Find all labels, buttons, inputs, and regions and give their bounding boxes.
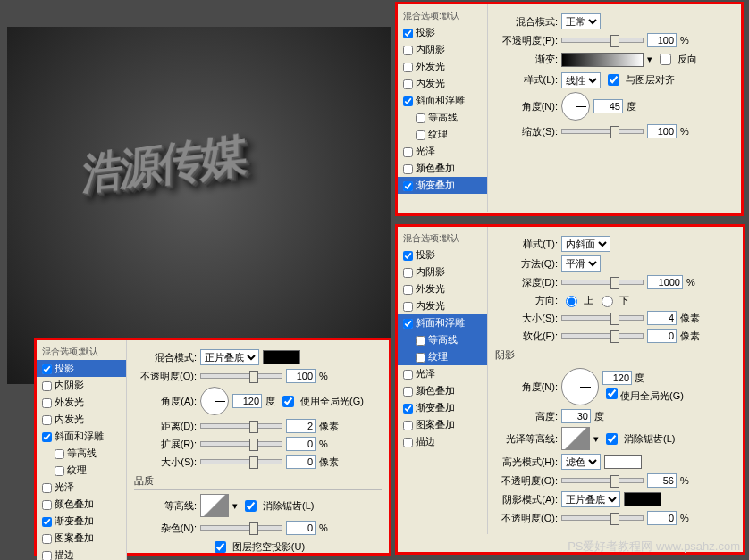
style-outer-glow-3[interactable]: 外发光 (398, 280, 487, 297)
style-outer-glow[interactable]: 外发光 (398, 58, 487, 75)
style-drop-shadow-3[interactable]: 投影 (398, 247, 487, 263)
angle-input-3[interactable] (602, 371, 632, 385)
style-gradient-overlay-2[interactable]: 渐变叠加 (37, 513, 126, 530)
angle-dial-2[interactable] (200, 387, 229, 415)
align-checkbox[interactable] (608, 74, 619, 86)
shadow-mode-select[interactable]: 正片叠底 (561, 491, 620, 507)
noise-slider[interactable] (200, 525, 282, 531)
dropdown-icon[interactable]: ▾ (647, 54, 652, 65)
sh-opacity-input[interactable] (647, 511, 677, 525)
style-texture-2[interactable]: 纹理 (37, 462, 126, 479)
style-bevel-2[interactable]: 斜面和浮雕 (37, 428, 126, 445)
dropdown-icon[interactable]: ▾ (232, 500, 238, 512)
color-swatch[interactable] (263, 350, 300, 364)
angle-dial-3[interactable] (561, 368, 599, 405)
spread-input[interactable] (286, 437, 316, 451)
sh-opacity-slider[interactable] (561, 515, 644, 521)
style-bevel[interactable]: 斜面和浮雕 (398, 92, 487, 109)
blend-mode-select[interactable]: 正常 (561, 13, 601, 29)
style-color-overlay[interactable]: 颜色叠加 (398, 160, 487, 177)
style-contour-2[interactable]: 等高线 (37, 445, 126, 462)
anti-alias-checkbox[interactable] (245, 500, 257, 512)
angle-input[interactable] (593, 99, 623, 113)
style-gradient-overlay-3[interactable]: 渐变叠加 (398, 399, 487, 416)
angle-input-2[interactable] (232, 394, 262, 408)
noise-input[interactable] (286, 521, 316, 535)
style-stroke-2[interactable]: 描边 (37, 547, 126, 560)
scale-slider[interactable] (561, 129, 644, 134)
global-light-checkbox-3[interactable] (606, 388, 618, 399)
size-input-3[interactable] (647, 311, 677, 325)
hl-opacity-input[interactable] (647, 473, 677, 488)
style-satin[interactable]: 光泽 (398, 143, 487, 160)
style-texture-3[interactable]: 纹理 (398, 348, 487, 365)
style-drop-shadow[interactable]: 投影 (398, 24, 487, 41)
scale-input[interactable] (647, 124, 677, 138)
highlight-color[interactable] (604, 455, 642, 469)
layer-style-panel-shadow: 混合选项:默认 投影 内阴影 外发光 内发光 斜面和浮雕 等高线 纹理 光泽 颜… (34, 338, 391, 556)
style-bevel-3[interactable]: 斜面和浮雕 (398, 314, 487, 331)
contour-picker[interactable] (200, 494, 229, 517)
soften-slider[interactable] (561, 333, 644, 339)
style-inner-glow-2[interactable]: 内发光 (37, 411, 126, 428)
anti-alias-checkbox-3[interactable] (606, 433, 618, 445)
style-gradient-overlay[interactable]: 渐变叠加 (398, 177, 487, 194)
style-outer-glow-2[interactable]: 外发光 (37, 394, 126, 411)
altitude-input[interactable] (561, 409, 591, 423)
global-light-checkbox[interactable] (282, 396, 294, 407)
angle-dial[interactable] (561, 92, 590, 121)
opacity-input[interactable] (647, 33, 677, 47)
style-inner-shadow-2[interactable]: 内阴影 (37, 377, 126, 394)
spread-slider[interactable] (200, 441, 282, 447)
highlight-select[interactable]: 滤色 (561, 454, 601, 470)
style-satin-2[interactable]: 光泽 (37, 479, 126, 496)
opacity-slider[interactable] (561, 38, 644, 43)
bevel-style-select[interactable]: 内斜面 (561, 236, 610, 252)
quality-group: 品质 (134, 474, 382, 490)
opacity-input-2[interactable] (286, 369, 316, 383)
opacity-label-2: 不透明度(O): (134, 370, 197, 383)
opacity-slider-2[interactable] (200, 373, 282, 379)
dropdown-icon[interactable]: ▾ (593, 433, 599, 445)
style-contour-3[interactable]: 等高线 (398, 331, 487, 348)
style-texture[interactable]: 纹理 (398, 126, 487, 143)
style-drop-shadow-2[interactable]: 投影 (37, 360, 126, 377)
style-inner-glow[interactable]: 内发光 (398, 75, 487, 92)
style-color-overlay-2[interactable]: 颜色叠加 (37, 496, 126, 513)
opacity-label: 不透明度(P): (495, 34, 558, 47)
style-stroke-3[interactable]: 描边 (398, 433, 487, 450)
distance-input[interactable] (286, 419, 316, 433)
gloss-contour[interactable] (561, 427, 590, 450)
style-inner-shadow[interactable]: 内阴影 (398, 41, 487, 58)
size-input-2[interactable] (286, 455, 316, 469)
depth-input[interactable] (647, 275, 683, 289)
knockout-checkbox[interactable] (215, 541, 226, 553)
shadow-color[interactable] (624, 492, 661, 506)
style-pattern-overlay-2[interactable]: 图案叠加 (37, 530, 126, 547)
styles-list-3: 混合选项:默认 投影 内阴影 外发光 内发光 斜面和浮雕 等高线 纹理 光泽 颜… (398, 227, 487, 454)
hl-opacity-slider[interactable] (561, 478, 644, 483)
watermark: PS爱好者教程网 www.psahz.com (568, 539, 740, 555)
style-contour[interactable]: 等高线 (398, 109, 487, 126)
distance-slider[interactable] (200, 423, 282, 429)
depth-label: 深度(D): (495, 276, 558, 289)
style-color-overlay-3[interactable]: 颜色叠加 (398, 382, 487, 399)
style-inner-shadow-3[interactable]: 内阴影 (398, 263, 487, 280)
reverse-checkbox[interactable] (660, 54, 671, 65)
dir-up-radio[interactable] (566, 296, 577, 307)
depth-slider[interactable] (561, 280, 644, 285)
size-slider-3[interactable] (561, 315, 644, 321)
style-satin-3[interactable]: 光泽 (398, 365, 487, 382)
method-select[interactable]: 平滑 (561, 255, 601, 272)
direction-label: 方向: (495, 294, 558, 307)
blend-mode-select-2[interactable]: 正片叠底 (200, 349, 259, 365)
angle-label: 角度(N): (495, 100, 558, 113)
size-slider-2[interactable] (200, 459, 282, 464)
style-pattern-overlay-3[interactable]: 图案叠加 (398, 416, 487, 433)
gradient-swatch[interactable] (561, 53, 644, 67)
soften-input[interactable] (647, 329, 677, 343)
gradient-options: 混合模式:正常 不透明度(P):% 渐变:▾反向 样式(L):线性与图层对齐 角… (487, 4, 741, 212)
style-inner-glow-3[interactable]: 内发光 (398, 297, 487, 314)
dir-down-radio[interactable] (602, 296, 613, 307)
grad-style-select[interactable]: 线性 (561, 72, 601, 88)
